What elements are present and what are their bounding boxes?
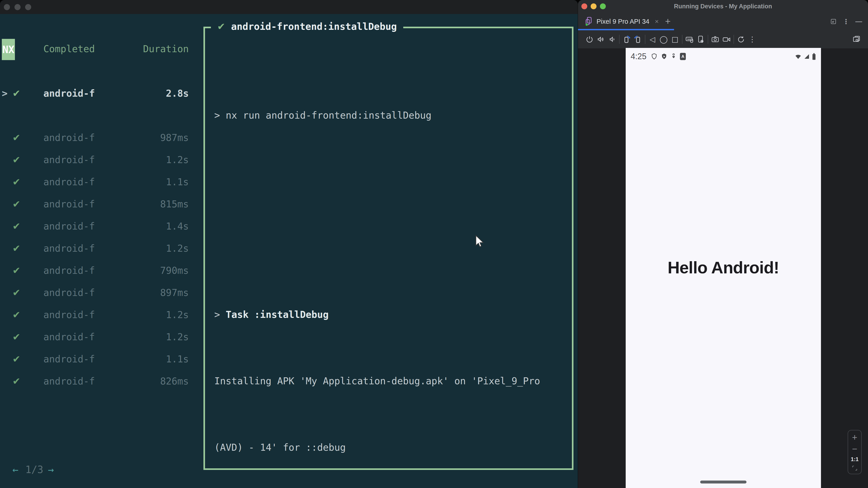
android-status-bar: 4:25 [626,50,821,63]
power-button-icon[interactable] [584,34,595,45]
wifi-icon [795,53,802,60]
check-icon: ✔ [12,282,20,304]
task-name: android-f [43,304,95,326]
volume-down-icon[interactable] [607,34,618,45]
task-output-log: > nx run android-frontend:installDebug >… [214,60,540,488]
gradle-task-line: > Task :installDebug [214,304,540,326]
actual-size-button[interactable]: 1:1 [851,456,859,462]
hide-tool-window-icon[interactable]: — [855,18,862,25]
task-duration: 2.8s [166,83,189,105]
more-actions-icon[interactable]: ⋮ [747,34,758,45]
check-icon: ✔ [12,171,20,193]
check-icon: ✔ [12,127,20,149]
phone-device-icon [585,17,592,26]
task-name: android-f [43,237,95,260]
output-panel-title-text: android-frontend:installDebug [231,21,397,32]
task-name: android-f [43,171,95,193]
task-row[interactable]: ✔ android-f 1.1s [0,348,196,370]
more-options-icon[interactable]: ⋮ [843,18,849,26]
task-row[interactable]: ✔ android-f 987ms [0,127,196,149]
prev-page-arrow-icon[interactable]: ← [12,459,19,481]
check-icon: ✔ [12,326,20,348]
task-row[interactable]: ✔ android-f 790ms [0,260,196,282]
app-notification-icon: A [680,53,686,60]
rotate-left-icon[interactable] [621,34,632,45]
fit-screen-icon[interactable] [851,465,858,471]
device-tab-label: Pixel 9 Pro API 34 [596,18,649,25]
task-duration: 1.2s [166,326,189,348]
zoom-mode-icon[interactable] [851,34,862,45]
device-settings-icon[interactable] [695,34,706,45]
output-panel-title: ✔android-frontend:installDebug [211,15,403,38]
rotate-right-icon[interactable] [632,34,644,45]
studio-titlebar: Running Devices - My Application [578,0,868,13]
zoom-in-button[interactable]: + [852,433,857,442]
task-name: android-f [43,260,95,282]
emulator-screen[interactable]: 4:25 [626,48,821,488]
duration-column-header: Duration [143,38,189,60]
task-row[interactable]: ✔ android-f 1.2s [0,304,196,326]
gesture-navigation-bar[interactable] [700,481,747,484]
window-title: Running Devices - My Application [578,3,868,10]
mouse-cursor [475,235,485,249]
next-page-arrow-icon[interactable]: → [48,459,54,481]
toolbar-separator [619,35,620,44]
terminal-titlebar [0,0,578,14]
task-duration: 897ms [160,282,189,304]
task-name: android-f [43,149,95,171]
back-button-icon[interactable]: ◁ [647,34,658,45]
volume-up-icon[interactable] [595,34,607,45]
float-window-icon[interactable] [830,18,837,25]
task-name: android-f [43,326,95,348]
task-name: android-f [43,83,95,105]
task-name: android-f [43,127,95,149]
check-icon: ✔ [12,83,20,105]
task-duration: 1.2s [166,237,189,260]
task-row[interactable]: ✔ android-f 1.2s [0,237,196,260]
device-tab-bar: Pixel 9 Pro API 34 × + ⋮ — [578,13,868,30]
toolbar-separator [734,35,734,44]
task-duration: 1.4s [166,215,189,237]
selected-task-row[interactable]: > ✔ android-f 2.8s [0,83,196,105]
check-icon: ✔ [12,215,20,237]
task-duration: 815ms [160,193,189,215]
task-row[interactable]: ✔ android-f 815ms [0,193,196,215]
overview-button-icon[interactable]: □ [669,34,681,45]
minimize-window-button[interactable] [14,4,21,10]
close-tab-icon[interactable]: × [655,18,659,25]
check-icon: ✔ [12,237,20,260]
system-status-icons [795,53,816,60]
task-row[interactable]: ✔ android-f 1.4s [0,215,196,237]
check-icon: ✔ [12,370,20,392]
restart-icon[interactable] [735,34,747,45]
terminal-window: NX Completed Duration > ✔ android-f 2.8s… [0,0,578,488]
shield-outline-icon [651,53,657,60]
task-name: android-f [43,282,95,304]
task-row[interactable]: ✔ android-f 826ms [0,370,196,392]
zoom-out-button[interactable]: − [852,445,857,453]
task-duration: 826ms [160,370,189,392]
task-row[interactable]: ✔ android-f 1.2s [0,149,196,171]
status-time: 4:25 [631,52,647,61]
keyboard-input-icon[interactable] [684,34,695,45]
task-duration: 1.1s [166,348,189,370]
task-row[interactable]: ✔ android-f 1.2s [0,326,196,348]
screenshot-icon[interactable] [710,34,721,45]
task-duration: 987ms [160,127,189,149]
task-list-header: Completed Duration [0,38,196,60]
close-window-button[interactable] [4,4,10,10]
task-name: android-f [43,193,95,215]
device-tab[interactable]: Pixel 9 Pro API 34 × [585,17,659,26]
task-duration: 1.2s [166,149,189,171]
notification-icons: A [651,53,686,60]
install-line: (AVD) - 14' for ::debug [214,436,540,459]
task-row[interactable]: ✔ android-f 1.1s [0,171,196,193]
new-tab-button[interactable]: + [665,16,671,27]
maximize-window-button[interactable] [25,4,31,10]
cell-signal-icon [803,53,810,60]
home-button-icon[interactable]: ◯ [658,34,669,45]
toolbar-separator [682,35,682,44]
task-row[interactable]: ✔ android-f 897ms [0,282,196,304]
screen-record-icon[interactable] [721,34,732,45]
completed-column-header: Completed [43,38,95,60]
